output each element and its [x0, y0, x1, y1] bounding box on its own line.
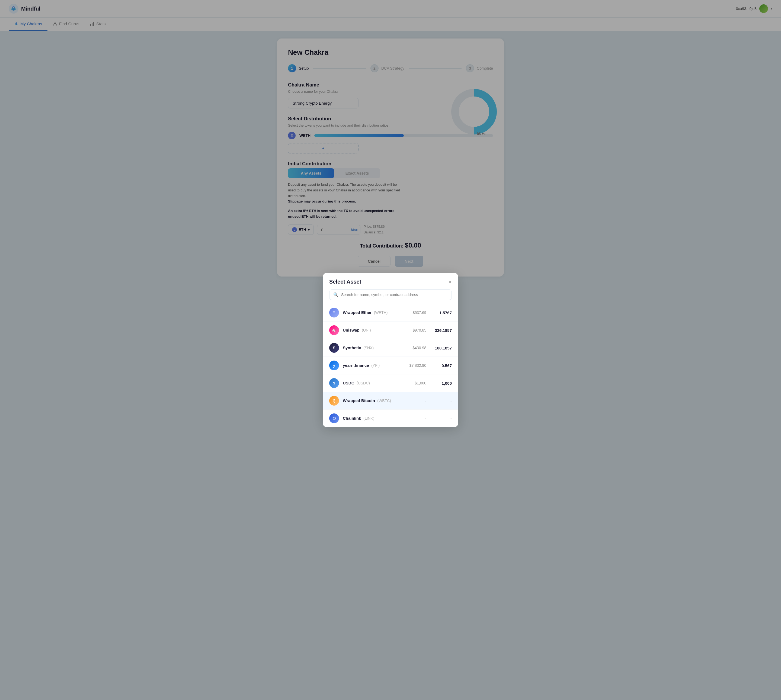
yfi-icon: y: [329, 360, 339, 370]
usdc-price: $1,000: [405, 381, 426, 385]
asset-row-yfi[interactable]: y yearn.finance (YFI) $7,832.90 0.567: [323, 357, 458, 374]
modal-search: 🔍: [329, 289, 452, 300]
weth-icon: Ξ: [329, 308, 339, 317]
usdc-balance: 1,000: [430, 381, 452, 385]
asset-list: Ξ Wrapped Ether (WETH) $537.69 1.5767 🦄 …: [323, 304, 458, 427]
wbtc-balance: -: [430, 398, 452, 403]
uni-icon: 🦄: [329, 325, 339, 335]
weth-symbol: (WETH): [374, 310, 388, 315]
uni-symbol: (UNI): [362, 328, 371, 332]
weth-balance: 1.5767: [430, 310, 452, 315]
wbtc-icon: ₿: [329, 396, 339, 406]
usdc-symbol: (USDC): [357, 381, 370, 385]
uni-balance: 326.1857: [430, 328, 452, 333]
modal-overlay[interactable]: Select Asset × 🔍 Ξ Wrapped Ether (WETH) …: [0, 0, 781, 700]
uni-name: Uniswap: [343, 328, 360, 332]
search-icon: 🔍: [333, 292, 339, 297]
asset-row-link[interactable]: ⬡ Chainlink (LINK) - -: [323, 410, 458, 427]
uni-name-col: Uniswap (UNI): [343, 328, 401, 333]
snx-icon: S: [329, 343, 339, 353]
snx-name-col: Synthetix (SNX): [343, 345, 401, 350]
yfi-symbol: (YFI): [371, 363, 380, 368]
snx-price: $430.98: [405, 346, 426, 350]
weth-name-col: Wrapped Ether (WETH): [343, 310, 401, 315]
snx-symbol: (SNX): [364, 346, 374, 350]
wbtc-symbol: (WBTC): [377, 398, 391, 403]
wbtc-name-col: Wrapped Bitcoin (WBTC): [343, 398, 401, 403]
weth-price: $537.69: [405, 310, 426, 315]
yfi-balance: 0.567: [430, 363, 452, 368]
link-price: -: [405, 416, 426, 421]
yfi-price: $7,832.90: [405, 363, 426, 368]
modal-header: Select Asset ×: [323, 273, 458, 289]
asset-row-wbtc[interactable]: ₿ Wrapped Bitcoin (WBTC) - -: [323, 392, 458, 410]
uni-price: $970.85: [405, 328, 426, 332]
yfi-name: yearn.finance: [343, 363, 369, 368]
usdc-name-col: USDC (USDC): [343, 381, 401, 385]
usdc-name: USDC: [343, 381, 354, 385]
snx-name: Synthetix: [343, 345, 361, 350]
asset-row-uni[interactable]: 🦄 Uniswap (UNI) $970.85 326.1857: [323, 322, 458, 339]
wbtc-price: -: [405, 398, 426, 403]
modal-title: Select Asset: [329, 279, 361, 285]
asset-row-snx[interactable]: S Synthetix (SNX) $430.98 100.1857: [323, 339, 458, 357]
yfi-name-col: yearn.finance (YFI): [343, 363, 401, 368]
weth-name: Wrapped Ether: [343, 310, 372, 315]
link-name-col: Chainlink (LINK): [343, 416, 401, 421]
wbtc-name: Wrapped Bitcoin: [343, 398, 375, 403]
usdc-icon: $: [329, 378, 339, 388]
snx-balance: 100.1857: [430, 346, 452, 350]
asset-search-input[interactable]: [341, 293, 448, 297]
link-icon: ⬡: [329, 413, 339, 423]
select-asset-modal: Select Asset × 🔍 Ξ Wrapped Ether (WETH) …: [323, 273, 458, 427]
link-balance: -: [430, 416, 452, 421]
link-symbol: (LINK): [364, 416, 374, 420]
asset-row-weth[interactable]: Ξ Wrapped Ether (WETH) $537.69 1.5767: [323, 304, 458, 322]
asset-row-usdc[interactable]: $ USDC (USDC) $1,000 1,000: [323, 374, 458, 392]
link-name: Chainlink: [343, 416, 361, 420]
modal-close-button[interactable]: ×: [449, 279, 452, 285]
